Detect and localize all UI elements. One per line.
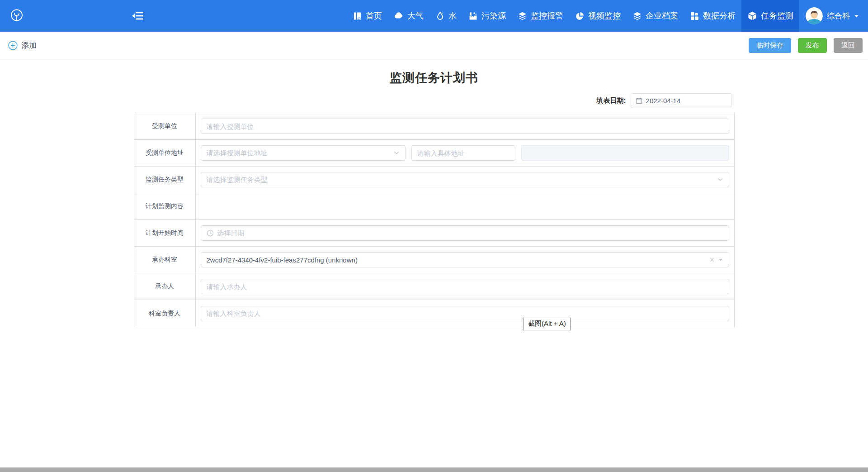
caret-down-icon xyxy=(854,14,859,19)
pie-chart-icon xyxy=(575,11,585,21)
unit-input[interactable] xyxy=(201,119,729,134)
toolbar-actions: 临时保存 发布 返回 xyxy=(749,38,863,53)
form-row-unit: 受测单位 xyxy=(134,113,734,140)
field-label: 监测任务类型 xyxy=(134,167,196,193)
clock-icon xyxy=(207,229,214,237)
user-menu[interactable]: 综合科 xyxy=(799,0,868,32)
layers-icon xyxy=(632,11,642,21)
nav-item-label: 数据分析 xyxy=(703,10,736,21)
cloud-icon xyxy=(394,11,404,21)
clear-icon[interactable] xyxy=(709,257,715,263)
nav-item-label: 视频监控 xyxy=(588,10,621,21)
nav-item-water[interactable]: 水 xyxy=(429,0,462,32)
form-row-start-time: 计划开始时间 选择日期 xyxy=(134,220,734,247)
nav-item-label: 大气 xyxy=(407,10,424,21)
field-label: 科室负责人 xyxy=(134,300,196,327)
fill-date-label: 填表日期: xyxy=(597,96,626,105)
temp-save-button[interactable]: 临时保存 xyxy=(749,38,791,53)
form-row-plan-content: 计划监测内容 xyxy=(134,193,734,220)
plus-circle-icon xyxy=(8,41,18,50)
form-row-task-type: 监测任务类型 请选择监测任务类型 xyxy=(134,167,734,193)
nav-item-monitor-alarm[interactable]: 监控报警 xyxy=(512,0,569,32)
chevron-down-icon xyxy=(717,176,723,183)
horizontal-scrollbar[interactable] xyxy=(0,467,868,472)
start-time-picker[interactable]: 选择日期 xyxy=(201,225,729,241)
field-label: 受测单位地址 xyxy=(134,140,196,166)
app-logo-icon xyxy=(9,8,24,24)
handler-input[interactable] xyxy=(201,279,729,294)
cube-icon xyxy=(747,11,757,21)
nav-item-enterprise-archive[interactable]: 企业档案 xyxy=(627,0,684,32)
form-row-manager: 科室负责人 xyxy=(134,300,734,327)
form-row-unit-address: 受测单位地址 请选择授测单位地址 xyxy=(134,140,734,167)
field-label: 承办科室 xyxy=(134,247,196,273)
page-title: 监测任务计划书 xyxy=(0,70,868,86)
grid-icon xyxy=(690,11,699,21)
factory-icon xyxy=(468,11,478,21)
chevron-down-icon xyxy=(393,150,400,156)
user-name: 综合科 xyxy=(827,11,850,21)
fill-date-row: 填表日期: xyxy=(134,93,731,108)
field-label: 承办人 xyxy=(134,273,196,300)
nav-item-label: 企业档案 xyxy=(646,10,678,21)
nav-item-video-monitor[interactable]: 视频监控 xyxy=(569,0,627,32)
fill-date-value[interactable] xyxy=(646,97,726,105)
nav-item-label: 水 xyxy=(448,10,457,21)
layers-icon xyxy=(518,11,527,21)
fill-date-input[interactable] xyxy=(631,93,731,108)
task-plan-form-table: 受测单位 受测单位地址 请选择授测单位地址 监测任务类型 请选择监测任务类型 xyxy=(134,113,735,327)
avatar xyxy=(806,7,823,24)
publish-button[interactable]: 发布 xyxy=(798,38,827,53)
nav-item-label: 监控报警 xyxy=(531,10,563,21)
home-icon xyxy=(353,11,362,21)
plan-content-area xyxy=(196,193,734,219)
nav-item-task-monitor[interactable]: 任务监测 xyxy=(741,0,799,32)
unit-address-select[interactable]: 请选择授测单位地址 xyxy=(201,145,406,161)
department-value: 2wcd7f27-4340-4fv2-fuib-feas277cdfng (un… xyxy=(207,256,358,264)
main-nav-menu: 首页 大气 水 污染源 监控报警 视频监控 企业档案 数据分析 xyxy=(347,0,868,32)
screenshot-shortcut-tooltip: 截图(Alt + A) xyxy=(524,318,571,330)
manager-input[interactable] xyxy=(201,306,729,321)
date-picker-placeholder: 选择日期 xyxy=(217,229,245,238)
calendar-icon xyxy=(636,97,642,105)
top-navbar: 首页 大气 水 污染源 监控报警 视频监控 企业档案 数据分析 xyxy=(0,0,868,32)
nav-item-label: 污染源 xyxy=(481,10,506,21)
address-disabled-input xyxy=(521,145,729,161)
nav-item-home[interactable]: 首页 xyxy=(347,0,388,32)
add-button[interactable]: 添加 xyxy=(8,40,37,51)
page-toolbar: 添加 临时保存 发布 返回 xyxy=(0,32,868,60)
form-row-department: 承办科室 2wcd7f27-4340-4fv2-fuib-feas277cdfn… xyxy=(134,247,734,273)
back-button[interactable]: 返回 xyxy=(834,38,863,53)
field-label: 计划开始时间 xyxy=(134,220,196,246)
department-select[interactable]: 2wcd7f27-4340-4fv2-fuib-feas277cdfng (un… xyxy=(201,252,729,267)
menu-fold-icon[interactable] xyxy=(132,11,144,21)
detail-address-input[interactable] xyxy=(411,145,515,161)
select-placeholder: 请选择授测单位地址 xyxy=(207,149,268,157)
add-button-label: 添加 xyxy=(21,40,37,51)
select-placeholder: 请选择监测任务类型 xyxy=(207,176,268,184)
field-label: 受测单位 xyxy=(134,113,196,139)
nav-item-pollution-source[interactable]: 污染源 xyxy=(462,0,512,32)
nav-item-data-analysis[interactable]: 数据分析 xyxy=(684,0,741,32)
caret-down-icon xyxy=(718,257,723,262)
nav-item-label: 任务监测 xyxy=(761,10,793,21)
nav-item-atmosphere[interactable]: 大气 xyxy=(388,0,429,32)
field-label: 计划监测内容 xyxy=(134,193,196,219)
nav-item-label: 首页 xyxy=(366,10,382,21)
form-row-handler: 承办人 xyxy=(134,273,734,300)
form-container: 填表日期: 受测单位 受测单位地址 请选择授测单位地址 监 xyxy=(134,93,735,327)
water-drop-icon xyxy=(435,11,445,21)
task-type-select[interactable]: 请选择监测任务类型 xyxy=(201,172,729,187)
